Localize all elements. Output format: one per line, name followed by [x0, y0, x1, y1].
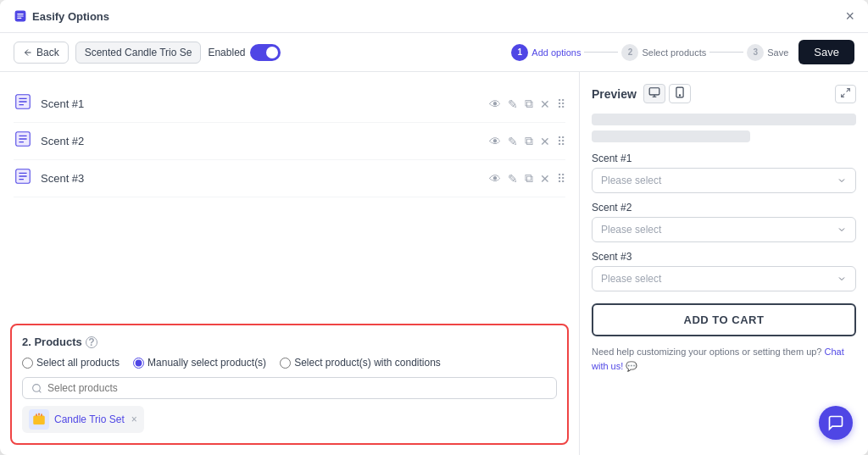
step-divider-1 [584, 52, 618, 53]
svg-rect-16 [38, 413, 40, 416]
drag-icon-3[interactable]: ⠿ [557, 172, 565, 186]
search-icon [31, 383, 42, 394]
modal-close-button[interactable]: × [845, 8, 854, 24]
svg-rect-15 [36, 413, 37, 416]
option-actions-3: 👁 ✎ ⧉ ✕ ⠿ [489, 171, 565, 186]
options-list: Scent #1 👁 ✎ ⧉ ✕ ⠿ Scent #2 [0, 72, 579, 324]
mobile-view-button[interactable] [669, 84, 691, 103]
eye-icon-3[interactable]: 👁 [489, 172, 501, 186]
radio-all-products[interactable]: Select all products [22, 357, 120, 369]
step-divider-2 [709, 52, 743, 53]
option-icon-2 [14, 130, 32, 153]
main-content: Scent #1 👁 ✎ ⧉ ✕ ⠿ Scent #2 [0, 72, 868, 455]
add-to-cart-button[interactable]: ADD TO CART [592, 303, 856, 336]
drag-icon-1[interactable]: ⠿ [557, 97, 565, 111]
option-actions-1: 👁 ✎ ⧉ ✕ ⠿ [489, 97, 565, 111]
mobile-icon [674, 86, 686, 98]
delete-icon-1[interactable]: ✕ [540, 97, 550, 111]
preview-dropdown-scent3: Scent #3 Please select [592, 251, 856, 291]
svg-rect-14 [33, 416, 45, 425]
modal-title-bar: Easify Options [14, 9, 109, 23]
step-3-circle: 3 [747, 44, 764, 61]
products-section-title: 2. Products ? [22, 336, 557, 348]
step-1-label: Add options [531, 47, 581, 58]
edit-icon-3[interactable]: ✎ [508, 172, 518, 186]
enabled-toggle[interactable] [250, 44, 281, 61]
step-1: 1 Add options [511, 44, 581, 61]
drag-icon-2[interactable]: ⠿ [557, 135, 565, 148]
help-text: Need help customizing your options or se… [592, 345, 856, 373]
dropdown-label-scent1: Scent #1 [592, 153, 856, 164]
option-item-3: Scent #3 👁 ✎ ⧉ ✕ ⠿ [14, 160, 565, 197]
edit-icon-2[interactable]: ✎ [508, 135, 518, 148]
enabled-label: Enabled [208, 47, 245, 58]
dropdown-label-scent3: Scent #3 [592, 251, 856, 263]
preview-panel: Preview Scent #1 [580, 72, 868, 455]
preview-view-toggle [643, 84, 691, 103]
option-item-2: Scent #2 👁 ✎ ⧉ ✕ ⠿ [14, 123, 565, 160]
help-circle-icon: ? [86, 336, 97, 348]
modal-title-text: Easify Options [32, 10, 109, 23]
svg-rect-17 [41, 413, 42, 416]
radio-manual-products[interactable]: Manually select product(s) [133, 357, 266, 369]
eye-icon-1[interactable]: 👁 [489, 97, 501, 111]
radio-group: Select all products Manually select prod… [22, 357, 557, 369]
products-section: 2. Products ? Select all products Manual… [10, 324, 569, 445]
delete-icon-3[interactable]: ✕ [540, 172, 550, 186]
chat-icon [827, 414, 844, 431]
option-label-2: Scent #2 [41, 135, 481, 147]
step-2-label: Select products [642, 47, 706, 58]
back-button[interactable]: Back [14, 42, 69, 64]
preview-header: Preview [592, 84, 856, 103]
dropdown-label-scent2: Scent #2 [592, 202, 856, 214]
left-panel: Scent #1 👁 ✎ ⧉ ✕ ⠿ Scent #2 [0, 72, 580, 455]
step-3-label: Save [767, 47, 788, 58]
chat-fab-button[interactable] [819, 406, 853, 440]
product-tag-thumbnail [29, 409, 49, 430]
back-arrow-icon [23, 47, 33, 58]
option-icon-1 [14, 92, 32, 115]
product-search-input[interactable] [47, 382, 548, 394]
dropdown-select-scent1[interactable]: Please select [592, 168, 856, 193]
step-1-circle: 1 [511, 44, 528, 61]
option-icon-3 [14, 167, 32, 190]
copy-icon-2[interactable]: ⧉ [525, 134, 533, 148]
preview-title: Preview [592, 87, 637, 101]
dropdown-select-scent3[interactable]: Please select [592, 266, 856, 291]
preview-placeholder-bar-2 [592, 130, 750, 142]
preview-expand-button[interactable] [835, 85, 856, 103]
svg-rect-18 [649, 88, 659, 95]
copy-icon-1[interactable]: ⧉ [525, 97, 533, 111]
steps-nav: 1 Add options 2 Select products 3 Save S… [511, 40, 854, 64]
expand-icon [840, 87, 851, 98]
option-actions-2: 👁 ✎ ⧉ ✕ ⠿ [489, 134, 565, 148]
svg-point-13 [33, 384, 41, 391]
radio-conditions-products[interactable]: Select product(s) with conditions [280, 357, 441, 369]
svg-point-20 [679, 95, 680, 96]
delete-icon-2[interactable]: ✕ [540, 135, 550, 148]
desktop-view-button[interactable] [643, 84, 665, 103]
products-title-text: 2. Products [22, 336, 82, 348]
step-3: 3 Save [747, 44, 788, 61]
product-tag-remove[interactable]: × [131, 413, 137, 425]
option-label-3: Scent #3 [41, 172, 481, 185]
option-label-1: Scent #1 [41, 97, 481, 110]
product-tag-candle: Candle Trio Set × [22, 406, 144, 433]
save-button[interactable]: Save [798, 40, 854, 64]
step-2: 2 Select products [621, 44, 706, 61]
copy-icon-3[interactable]: ⧉ [525, 171, 533, 186]
enabled-toggle-group: Enabled [208, 44, 281, 61]
product-name-tag: Scented Candle Trio Se [75, 42, 202, 64]
product-tag-name: Candle Trio Set [54, 413, 125, 425]
dropdown-select-scent2[interactable]: Please select [592, 217, 856, 242]
step-2-circle: 2 [621, 44, 638, 61]
product-search-wrap [22, 377, 557, 399]
preview-placeholder-bar-1 [592, 114, 856, 125]
eye-icon-2[interactable]: 👁 [489, 135, 501, 148]
easify-icon [14, 9, 27, 23]
selected-products-row: Candle Trio Set × [22, 406, 557, 433]
edit-icon-1[interactable]: ✎ [508, 97, 518, 111]
toolbar: Back Scented Candle Trio Se Enabled 1 Ad… [0, 33, 868, 72]
desktop-icon [648, 86, 660, 98]
option-item-1: Scent #1 👁 ✎ ⧉ ✕ ⠿ [14, 86, 565, 123]
